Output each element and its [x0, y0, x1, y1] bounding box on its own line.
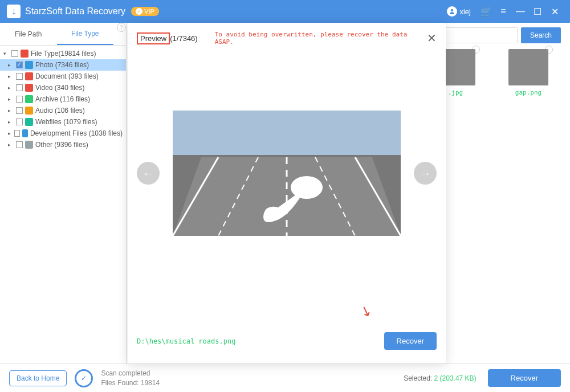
scan-complete-icon: ✓: [75, 369, 93, 387]
prev-button[interactable]: ←: [137, 162, 160, 185]
search-button[interactable]: Search: [521, 27, 561, 43]
tree-item-label: Webfiles (1079 files): [35, 118, 97, 126]
svg-point-0: [451, 9, 453, 11]
tab-file-path[interactable]: File Path: [0, 23, 57, 45]
maximize-icon[interactable]: ☐: [529, 3, 546, 20]
thumbnail[interactable]: gap.png: [500, 49, 556, 96]
close-window-icon[interactable]: ✕: [546, 3, 563, 20]
preview-image: [173, 111, 401, 236]
back-to-home-button[interactable]: Back to Home: [9, 370, 67, 386]
tree-item[interactable]: ▸Archive (116 files): [0, 93, 126, 105]
cart-icon[interactable]: 🛒: [478, 3, 495, 20]
close-icon[interactable]: ✕: [427, 31, 437, 45]
svg-rect-1: [173, 111, 401, 155]
user-account[interactable]: xiej: [447, 6, 471, 17]
thumbnail-label: gap.png: [500, 89, 556, 96]
tree-item[interactable]: ▸Other (9396 files): [0, 139, 126, 150]
recover-button[interactable]: Recover: [488, 369, 561, 387]
menu-icon[interactable]: ≡: [495, 3, 512, 20]
tree-item-label: Document (393 files): [35, 72, 99, 80]
thumbnail-image: [508, 49, 548, 85]
tree-item[interactable]: ▸Video (340 files): [0, 82, 126, 93]
tree-item-label: Archive (116 files): [35, 95, 90, 103]
modal-recover-button[interactable]: Recover: [384, 332, 437, 350]
tree-item[interactable]: ▸Development Files (1038 files): [0, 128, 126, 139]
preview-title: Preview: [137, 32, 170, 44]
preview-modal: Preview (1/7346) To avoid being overwrit…: [128, 23, 446, 364]
next-button[interactable]: →: [414, 162, 437, 185]
selected-count: Selected: 2 (203.47 KB): [404, 374, 476, 382]
tree-root-label: File Type(19814 files): [31, 50, 96, 58]
user-icon: [447, 6, 457, 17]
footer: Back to Home ✓ Scan completed Files Foun…: [0, 364, 570, 392]
app-logo: ↓: [7, 5, 21, 18]
tree-item-label: Video (340 files): [35, 84, 85, 92]
file-path: D:\hes\musical roads.png: [137, 337, 235, 345]
annotation-arrow-icon: ↘: [358, 301, 374, 320]
tree-item-label: Photo (7346 files): [35, 61, 89, 69]
help-icon[interactable]: ?: [117, 23, 126, 32]
tree-item[interactable]: ▸Webfiles (1079 files): [0, 116, 126, 128]
preview-warning: To avoid being overwritten, please recov…: [215, 31, 427, 46]
vip-badge[interactable]: VIP: [131, 7, 159, 16]
file-tree: ▾ File Type(19814 files) ▸Photo (7346 fi…: [0, 46, 126, 364]
app-title: StarzSoft Data Recovery: [25, 6, 125, 17]
tree-root[interactable]: ▾ File Type(19814 files): [0, 48, 126, 59]
tree-item[interactable]: ▸Document (393 files): [0, 71, 126, 82]
tab-file-type[interactable]: File Type: [57, 23, 114, 45]
tree-item-label: Other (9396 files): [35, 141, 88, 149]
sidebar: File Path File Type ? ▾ File Type(19814 …: [0, 23, 127, 364]
tree-item[interactable]: ▸Photo (7346 files): [0, 59, 126, 71]
preview-counter: (1/7346): [170, 34, 197, 43]
scan-status: Scan completed Files Found: 19814: [101, 369, 404, 388]
minimize-icon[interactable]: —: [512, 3, 529, 20]
username: xiej: [459, 7, 471, 16]
tree-item[interactable]: ▸Audio (106 files): [0, 105, 126, 116]
titlebar: ↓ StarzSoft Data Recovery VIP xiej 🛒 ≡ —…: [0, 0, 570, 23]
tree-item-label: Audio (106 files): [35, 107, 85, 115]
tree-item-label: Development Files (1038 files): [30, 129, 123, 137]
